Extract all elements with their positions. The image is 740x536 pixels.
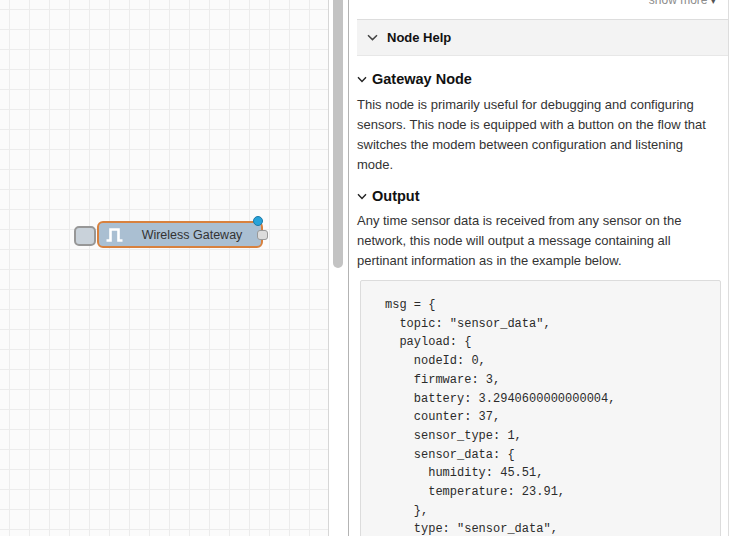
chevron-down-icon bbox=[357, 193, 367, 200]
gateway-node-description: This node is primarily useful for debugg… bbox=[357, 95, 729, 175]
sidebar-scrollbar-track[interactable] bbox=[728, 0, 740, 536]
chevron-down-icon bbox=[367, 34, 378, 41]
node-toggle-button[interactable] bbox=[74, 226, 96, 246]
node-help-section-header[interactable]: Node Help bbox=[357, 19, 728, 56]
canvas-scrollbar-thumb[interactable] bbox=[333, 0, 343, 268]
help-section-gateway-node[interactable]: Gateway Node bbox=[357, 71, 729, 87]
code-example-block: msg = { topic: "sensor_data", payload: {… bbox=[360, 280, 721, 536]
show-more-link[interactable]: show more▾ bbox=[649, 0, 716, 7]
pulse-square-wave-icon bbox=[99, 223, 129, 246]
help-section-title: Gateway Node bbox=[372, 71, 472, 87]
node-output-port[interactable] bbox=[257, 230, 268, 240]
code-example-text: msg = { topic: "sensor_data", payload: {… bbox=[385, 296, 720, 536]
canvas-vertical-scrollbar[interactable] bbox=[330, 0, 348, 536]
info-sidebar: show more▾ Node Help Gateway Node This n… bbox=[349, 0, 740, 536]
output-description: Any time sensor data is received from an… bbox=[357, 211, 729, 271]
flow-canvas[interactable]: Wireless Gateway bbox=[0, 0, 329, 536]
chevron-down-icon bbox=[357, 76, 367, 83]
node-label: Wireless Gateway bbox=[129, 228, 261, 242]
node-red-editor: Wireless Gateway show more▾ Node Help Ga… bbox=[0, 0, 740, 536]
node-help-content: Gateway Node This node is primarily usef… bbox=[357, 56, 729, 536]
help-section-output[interactable]: Output bbox=[357, 188, 729, 204]
show-more-label: show more bbox=[649, 0, 708, 7]
node-changed-status-dot bbox=[253, 216, 263, 226]
node-help-title: Node Help bbox=[387, 30, 451, 45]
chevron-down-icon: ▾ bbox=[710, 0, 716, 6]
flow-node-wireless-gateway[interactable]: Wireless Gateway bbox=[97, 221, 263, 248]
help-section-title: Output bbox=[372, 188, 420, 204]
